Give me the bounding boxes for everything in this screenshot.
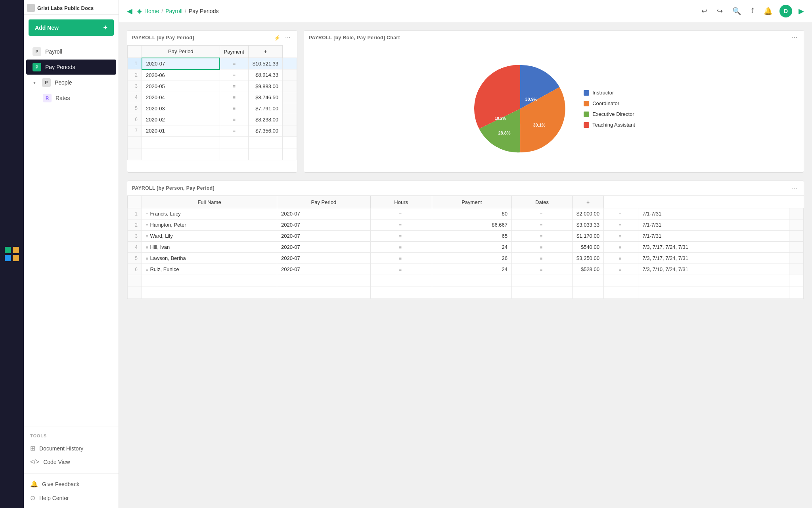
table-row[interactable]: 4 ≡Hill, Ivan 2020-07 ≡ 24 ≡ $540.00 ≡ 7… [128, 242, 804, 253]
chart-menu-button[interactable]: ⋯ [790, 34, 799, 42]
person-row-num-header [128, 196, 142, 208]
person-add-col [789, 253, 804, 264]
help-center-icon: ⊙ [30, 494, 35, 502]
breadcrumb-home[interactable]: Home [144, 8, 159, 14]
payroll-chart-header: PAYROLL [by Role, Pay Period] Chart ⋯ [304, 31, 804, 45]
help-center-item[interactable]: ⊙ Help Center [24, 491, 119, 505]
person-dates: 7/1-7/31 [638, 208, 789, 219]
sidebar-item-pay-periods[interactable]: P Pay Periods [26, 60, 116, 75]
sidebar-item-payroll[interactable]: P Payroll [26, 44, 116, 59]
sidebar: Grist Labs Public Docs Add New + P Payro… [24, 0, 119, 508]
breadcrumb: ◈ Home / Payroll / Pay Periods [137, 7, 218, 15]
breadcrumb-sep1: / [161, 8, 163, 14]
pay-period-cell[interactable]: 2020-02 [142, 114, 220, 125]
search-button[interactable]: 🔍 [730, 5, 743, 17]
person-payment-expand: ≡ [512, 231, 573, 242]
row-num-cell: 1 [128, 58, 142, 69]
payroll-pay-period-table-wrap: Pay Period Payment + 1 2020-07 ≡ $10,521… [127, 45, 297, 160]
person-pay-period: 2020-07 [277, 219, 371, 231]
table-row[interactable]: 6 2020-02 ≡ $8,238.00 [128, 114, 297, 125]
code-view-item[interactable]: </> Code View [24, 455, 119, 469]
tools-label: TOOLS [24, 432, 119, 441]
legend-executive-director: Executive Director [584, 111, 635, 117]
pay-period-cell[interactable]: 2020-06 [142, 69, 220, 81]
expand-cell[interactable]: ≡ [220, 103, 248, 114]
payroll-by-person-title: PAYROLL [by Person, Pay Period] [132, 185, 214, 191]
redo-button[interactable]: ↪ [714, 5, 725, 17]
add-col-cell [283, 114, 297, 125]
person-row-num: 3 [128, 231, 142, 242]
person-expand-name[interactable]: ≡Ward, Lily [142, 231, 277, 242]
people-chevron-icon: ▼ [33, 81, 36, 85]
person-hours: 65 [432, 231, 511, 242]
person-expand-name[interactable]: ≡Francis, Lucy [142, 208, 277, 219]
sidebar-item-rates[interactable]: R Rates [26, 90, 116, 106]
breadcrumb-payroll[interactable]: Payroll [165, 8, 182, 14]
add-column-button[interactable]: + [248, 46, 282, 58]
expand-cell[interactable]: ≡ [220, 81, 248, 92]
payroll-by-pay-period-title-group: PAYROLL [by Pay Period] [132, 35, 194, 40]
payment-cell: $10,521.33 [248, 58, 282, 69]
table-row[interactable]: 5 ≡Lawson, Bertha 2020-07 ≡ 26 ≡ $3,250.… [128, 253, 804, 264]
notifications-button[interactable]: 🔔 [761, 5, 775, 17]
table-row[interactable]: 7 2020-01 ≡ $7,356.00 [128, 125, 297, 136]
share-button[interactable]: ⤴ [748, 5, 756, 17]
table-row[interactable]: 6 ≡Ruiz, Eunice 2020-07 ≡ 24 ≡ $528.00 ≡… [128, 264, 804, 275]
pay-period-cell[interactable]: 2020-07 [142, 58, 220, 69]
legend-instructor-label: Instructor [592, 90, 614, 96]
code-view-icon: </> [30, 458, 39, 466]
person-expand-name[interactable]: ≡Hampton, Peter [142, 219, 277, 231]
give-feedback-item[interactable]: 🔔 Give Feedback [24, 477, 119, 491]
expand-cell[interactable]: ≡ [220, 58, 248, 69]
document-history-icon: ⊞ [30, 444, 35, 452]
grist-logo-icon[interactable] [5, 247, 19, 261]
table-row[interactable]: 3 2020-05 ≡ $9,883.00 [128, 81, 297, 92]
filter-button[interactable]: ⚡ [272, 34, 282, 42]
pay-period-cell[interactable]: 2020-04 [142, 92, 220, 103]
payroll-by-person-header: PAYROLL [by Person, Pay Period] ⋯ [127, 181, 804, 196]
person-add-col [789, 231, 804, 242]
person-expand-name[interactable]: ≡Hill, Ivan [142, 242, 277, 253]
table-row[interactable]: 1 2020-07 ≡ $10,521.33 [128, 58, 297, 69]
undo-button[interactable]: ↩ [699, 5, 710, 17]
payroll-by-person-panel: PAYROLL [by Person, Pay Period] ⋯ Full N… [127, 181, 804, 299]
table-row[interactable]: 4 2020-04 ≡ $8,746.50 [128, 92, 297, 103]
payroll-by-pay-period-title: PAYROLL [by Pay Period] [132, 35, 194, 40]
user-avatar[interactable]: D [779, 5, 792, 17]
person-expand-name[interactable]: ≡Lawson, Bertha [142, 253, 277, 264]
expand-cell[interactable]: ≡ [220, 114, 248, 125]
person-dates: 7/1-7/31 [638, 219, 789, 231]
panel-menu-button[interactable]: ⋯ [283, 34, 292, 42]
sidebar-item-people[interactable]: ▼ P People [26, 75, 116, 90]
add-col-cell [283, 92, 297, 103]
pay-period-cell[interactable]: 2020-03 [142, 103, 220, 114]
expand-cell[interactable]: ≡ [220, 92, 248, 103]
person-dates-expand: ≡ [603, 242, 638, 253]
person-payment: $3,033.33 [573, 219, 604, 231]
table-row[interactable]: 5 2020-03 ≡ $7,791.00 [128, 103, 297, 114]
table-row[interactable]: 2 2020-06 ≡ $8,914.33 [128, 69, 297, 81]
sidebar-collapse-button[interactable]: ◀ [125, 5, 134, 17]
document-history-item[interactable]: ⊞ Document History [24, 441, 119, 455]
person-row-num: 4 [128, 242, 142, 253]
expand-cell[interactable]: ≡ [220, 125, 248, 136]
person-dates: 7/3, 7/17, 7/24, 7/31 [638, 253, 789, 264]
person-panel-menu-button[interactable]: ⋯ [790, 184, 799, 192]
person-expand-name[interactable]: ≡Ruiz, Eunice [142, 264, 277, 275]
person-pay-period: 2020-07 [277, 231, 371, 242]
table-row[interactable]: 1 ≡Francis, Lucy 2020-07 ≡ 80 ≡ $2,000.0… [128, 208, 804, 219]
pay-period-cell[interactable]: 2020-05 [142, 81, 220, 92]
table-row[interactable]: 2 ≡Hampton, Peter 2020-07 ≡ 86.667 ≡ $3,… [128, 219, 804, 231]
person-add-column-button[interactable]: + [573, 196, 604, 208]
add-new-button[interactable]: Add New + [29, 19, 114, 36]
expand-cell[interactable]: ≡ [220, 69, 248, 81]
payroll-chart-panel: PAYROLL [by Role, Pay Period] Chart ⋯ [304, 30, 804, 173]
right-sidebar-collapse-button[interactable]: ▶ [797, 5, 806, 17]
table-row[interactable]: 3 ≡Ward, Lily 2020-07 ≡ 65 ≡ $1,170.00 ≡… [128, 231, 804, 242]
payroll-by-pay-period-header: PAYROLL [by Pay Period] ⚡ ⋯ [127, 31, 297, 45]
payment-cell: $8,914.33 [248, 69, 282, 81]
nav-section: P Payroll P Pay Periods ▼ P People R Rat… [24, 40, 119, 427]
person-payment-expand: ≡ [512, 264, 573, 275]
pay-period-cell[interactable]: 2020-01 [142, 125, 220, 136]
person-payment-expand: ≡ [512, 219, 573, 231]
